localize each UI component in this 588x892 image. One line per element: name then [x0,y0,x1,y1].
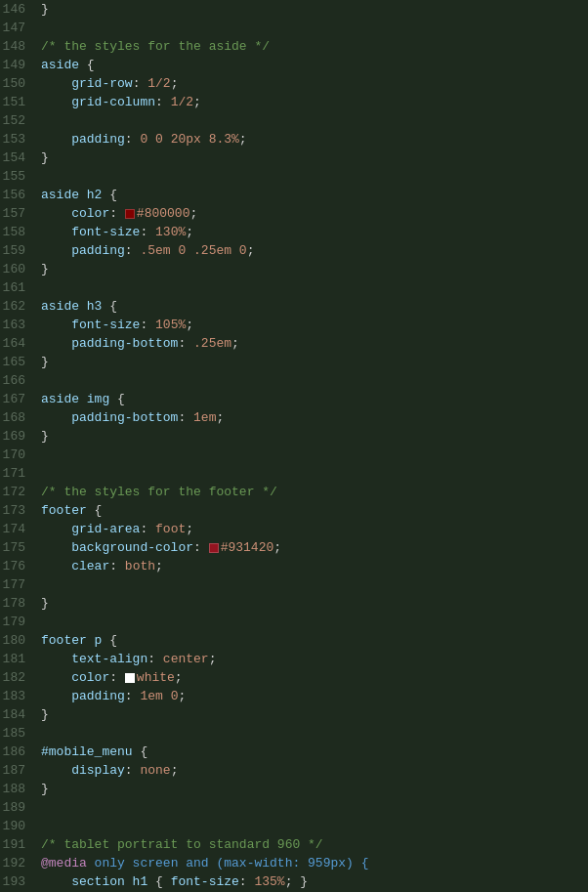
line-number: 168 [0,408,41,427]
line-content: aside { [41,56,588,74]
token: ; [186,318,193,332]
line-content [41,371,588,390]
token: } [41,782,49,796]
line-content: text-align: center; [41,650,588,668]
code-line: 163 font-size: 105%; [0,316,588,334]
line-content: } [41,353,588,371]
line-number: 171 [0,464,41,483]
token: 1em 0 [140,689,178,703]
token: : [133,76,148,91]
line-number: 147 [0,19,41,37]
line-number: 150 [0,74,41,93]
code-line: 159 padding: .5em 0 .25em 0; [0,241,588,260]
line-number: 187 [0,761,41,780]
token: grid-area [41,522,140,536]
token: aside h3 [41,299,102,314]
token: @media [41,856,87,871]
code-line: 167aside img { [0,390,588,408]
code-line: 172/* the styles for the footer */ [0,483,588,501]
line-content: aside h3 { [41,297,588,316]
token: both [125,559,155,573]
code-line: 156aside h2 { [0,186,588,204]
code-line: 181 text-align: center; [0,650,588,668]
line-content: padding-bottom: 1em; [41,408,588,427]
token: : [140,522,155,536]
line-content [41,167,588,186]
line-number: 193 [0,872,41,891]
code-line: 155 [0,167,588,186]
token: ; } [285,874,308,889]
line-content [41,817,588,835]
token: color [41,206,109,221]
token: } [41,2,49,17]
line-content: @media only screen and (max-width: 959px… [41,854,588,872]
token: ; [231,336,239,351]
line-number: 156 [0,186,41,204]
token: ; [273,540,281,555]
color-swatch [125,209,135,219]
token: font-size [41,318,140,332]
line-number: 162 [0,297,41,316]
line-number: 149 [0,56,41,74]
token: : [155,95,171,109]
token: { [102,633,117,648]
line-content: } [41,260,588,278]
line-content: padding: 1em 0; [41,687,588,705]
color-swatch [125,673,135,683]
token: 1/2 [171,95,193,109]
code-line: 173footer { [0,501,588,520]
token: 0 0 20px 8.3% [140,132,238,147]
line-content: } [41,0,588,19]
token: padding-bottom [41,336,178,351]
line-number: 186 [0,743,41,761]
code-line: 146} [0,0,588,19]
token: : [109,559,125,573]
token: color [41,670,109,685]
code-line: 166 [0,371,588,390]
line-number: 189 [0,798,41,817]
code-line: 170 [0,446,588,464]
token: { [109,392,125,406]
code-line: 191/* tablet portrait to standard 960 */ [0,835,588,854]
token: ; [189,206,197,221]
code-line: 183 padding: 1em 0; [0,687,588,705]
token: only screen and (max-width: 959px) { [87,856,369,871]
code-line: 171 [0,464,588,483]
line-number: 164 [0,334,41,353]
token: 135% [254,874,284,889]
token: .5em 0 .25em 0 [140,243,246,258]
code-line: 157 color: #800000; [0,204,588,223]
line-content [41,278,588,297]
token: : [125,689,141,703]
token: { [102,188,117,202]
line-number: 178 [0,594,41,613]
token: foot [155,522,186,536]
code-line: 187 display: none; [0,761,588,780]
line-number: 154 [0,149,41,167]
token: : [178,336,193,351]
token: #800000 [137,206,190,221]
line-number: 188 [0,780,41,798]
token: } [41,262,49,276]
token: : [239,874,255,889]
line-content: background-color: #931420; [41,538,588,557]
token: ; [247,243,255,258]
token: : [109,206,125,221]
line-number: 172 [0,483,41,501]
line-number: 173 [0,501,41,520]
line-number: 166 [0,371,41,390]
token: { [147,874,170,889]
code-line: 180footer p { [0,631,588,650]
token: font-size [171,874,239,889]
line-content: } [41,594,588,613]
token: : [178,410,193,425]
line-content [41,613,588,631]
line-number: 155 [0,167,41,186]
line-number: 165 [0,353,41,371]
line-number: 181 [0,650,41,668]
line-number: 157 [0,204,41,223]
line-content: font-size: 105%; [41,316,588,334]
line-content: padding: .5em 0 .25em 0; [41,241,588,260]
token: aside h2 [41,188,102,202]
line-number: 192 [0,854,41,872]
